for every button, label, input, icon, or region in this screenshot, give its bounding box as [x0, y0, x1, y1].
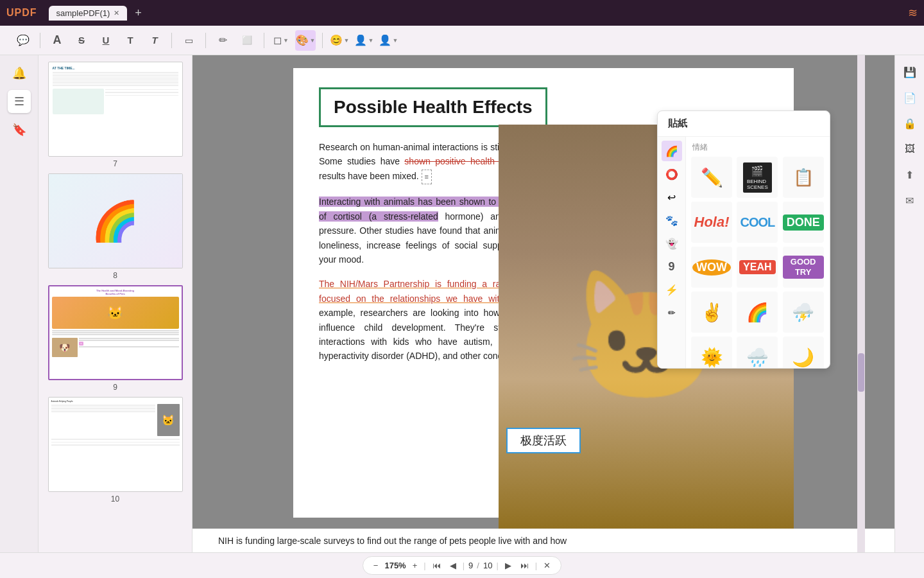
thumb9-dog-image: 🐶 — [52, 338, 78, 357]
pen-button[interactable]: ✏ — [212, 30, 233, 51]
close-viewer-button[interactable]: ✕ — [541, 559, 553, 572]
color-button[interactable]: 🎨▼ — [295, 30, 316, 51]
separator-3: | — [496, 561, 498, 570]
save-button[interactable]: 💾 — [900, 62, 920, 82]
sticker-cat-ghost[interactable]: 👻 — [662, 233, 682, 254]
updf-logo: UPDF — [6, 7, 37, 19]
page-separator: / — [477, 561, 479, 570]
thumb10-cat-img: 🐱 — [157, 404, 180, 436]
prev-page-button[interactable]: ◀ — [447, 559, 459, 572]
zoom-out-button[interactable]: − — [371, 559, 381, 572]
sticker-categories: 🌈 ⭕ ↩ 🐾 👻 9 ⚡ ✏ — [658, 137, 686, 368]
font-button[interactable]: A — [47, 30, 67, 51]
separator-1: | — [424, 561, 425, 570]
separator-2: | — [463, 561, 465, 570]
sticker-cat-9[interactable]: 9 — [662, 256, 682, 277]
email-button[interactable]: ✉ — [900, 190, 920, 211]
sticker-panel-body: 🌈 ⭕ ↩ 🐾 👻 9 ⚡ ✏ 情緒 ✏️ — [658, 137, 830, 368]
thumb-frame-7: AT THE TIME... — [48, 62, 183, 157]
sticker-cat-lightning[interactable]: ⚡ — [662, 279, 682, 300]
text-annotation-box[interactable]: 极度活跃 — [506, 428, 581, 453]
sticker-pencil[interactable]: ✏️ — [691, 157, 732, 198]
thumbnail-toggle-icon[interactable]: ☰ — [8, 90, 31, 113]
sticker-sun[interactable]: 🌞 — [691, 337, 732, 368]
sticker-cat-circle[interactable]: ⭕ — [662, 164, 682, 184]
thumbnail-page-9[interactable]: The Health and Mood-BoostingBenefits of … — [45, 285, 185, 392]
last-page-button[interactable]: ⏭ — [518, 559, 531, 572]
sticker-yeah[interactable]: YEAH — [737, 247, 778, 288]
sticker-goodtry[interactable]: GOOD TRY — [783, 247, 824, 288]
sticker-done[interactable]: DONE — [783, 202, 824, 243]
thumb-frame-9: The Health and Mood-BoostingBenefits of … — [48, 285, 183, 380]
thumbnail-page-10[interactable]: Animals Helping People 🐱 — [45, 397, 185, 504]
thumb-page-num-7: 7 — [113, 159, 117, 168]
bottom-paragraph: NIH is funding large-scale surveys to fi… — [218, 536, 567, 546]
sticker-panel: 貼紙 🌈 ⭕ ↩ 🐾 👻 9 ⚡ ✏ 情緒 — [657, 110, 830, 369]
sticker-cloud[interactable]: 🌧️ — [737, 337, 778, 368]
scroll-thumb[interactable] — [858, 353, 864, 392]
sticker-thunder[interactable]: ⛈️ — [783, 292, 824, 333]
shape-button[interactable]: ◻▼ — [271, 30, 291, 51]
thumb-frame-8: 🌈 — [48, 173, 183, 268]
zoom-value: 175% — [384, 561, 406, 570]
sticker-section-label: 情緒 — [691, 142, 825, 153]
toolbar: 💬 A S U T T ▭ ✏ ⬜ ◻▼ 🎨▼ 😊▼ 👤▼ 👤▼ — [0, 26, 924, 55]
tab-label: samplePDF(1) — [56, 8, 110, 18]
sticker-moon[interactable]: 🌙 — [783, 337, 824, 368]
thumb9-title: The Health and Mood-BoostingBenefits of … — [52, 289, 179, 295]
sticker-rainbow[interactable]: 🌈 — [737, 292, 778, 333]
first-page-button[interactable]: ⏮ — [430, 559, 443, 572]
tab-samplepdf[interactable]: samplePDF(1) ✕ — [49, 6, 128, 21]
thumbnail-page-8[interactable]: 🌈 8 — [45, 173, 185, 280]
tab-close-button[interactable]: ✕ — [114, 9, 119, 17]
text-box-button[interactable]: T — [144, 30, 165, 51]
toolbar-sep-2 — [171, 33, 172, 48]
sticker-clapboard[interactable]: 🎬 BEHINDSCENES — [737, 157, 778, 198]
zoom-in-button[interactable]: + — [410, 559, 420, 572]
main-area: 🔔 ☰ 🔖 AT THE TIME... — [0, 55, 924, 552]
updf-top-icon: ≋ — [908, 6, 918, 20]
scroll-track[interactable] — [857, 55, 865, 552]
image-export-button[interactable]: 🖼 — [900, 139, 920, 159]
next-page-button[interactable]: ▶ — [502, 559, 514, 572]
upload-button[interactable]: ⬆ — [900, 164, 920, 185]
sticker-button[interactable]: 😊▼ — [329, 30, 350, 51]
sticker-cat-arrow[interactable]: ↩ — [662, 187, 682, 207]
toolbar-sep-4 — [264, 33, 264, 48]
lock-button[interactable]: 🔒 — [900, 113, 920, 134]
underline-button[interactable]: U — [96, 30, 116, 51]
sticker-grid: ✏️ 🎬 BEHINDSCENES 📋 — [691, 157, 825, 368]
bookmark-icon[interactable]: 🔖 — [8, 118, 31, 141]
bottom-controls: − 175% + | ⏮ ◀ | 9 / 10 | ▶ ⏭ | ✕ — [363, 556, 561, 575]
notification-icon[interactable]: 🔔 — [8, 62, 31, 85]
left-sidebar: 🔔 ☰ 🔖 — [0, 55, 38, 552]
bottom-bar: − 175% + | ⏮ ◀ | 9 / 10 | ▶ ⏭ | ✕ — [0, 552, 924, 578]
bottom-text-area: NIH is funding large-scale surveys to fi… — [193, 529, 894, 552]
sticker-panel-title: 貼紙 — [658, 111, 830, 137]
text-color-button[interactable]: T — [120, 30, 141, 51]
sticker-cool[interactable]: COOL — [737, 202, 778, 243]
sticker-peace[interactable]: ✌️ — [691, 292, 732, 333]
thumbnail-page-7[interactable]: AT THE TIME... — [45, 62, 185, 168]
separator-4: | — [535, 561, 537, 570]
pdf-export-button[interactable]: 📄 — [900, 87, 920, 108]
sticker-wow[interactable]: WOW — [691, 247, 732, 288]
thumb9-badge: ★ — [79, 342, 83, 346]
user-button[interactable]: 👤▼ — [354, 30, 374, 51]
current-page: 9 — [468, 561, 473, 570]
share-button[interactable]: 👤▼ — [378, 30, 398, 51]
new-tab-button[interactable]: + — [135, 6, 142, 20]
sticker-hola[interactable]: Hola! — [691, 202, 732, 243]
comment-button[interactable]: 💬 — [13, 30, 33, 51]
sticker-grid-area: 情緒 ✏️ 🎬 BEHINDSCENES — [686, 137, 830, 368]
sticker-cat-pencil[interactable]: ✏ — [662, 302, 682, 323]
sticker-cat-paw[interactable]: 🐾 — [662, 210, 682, 231]
strikethrough-button[interactable]: S — [71, 30, 92, 51]
eraser-button[interactable]: ⬜ — [237, 30, 257, 51]
toolbar-sep-5 — [322, 33, 323, 48]
content-area: Possible Health Effects Research on huma… — [193, 55, 894, 552]
sticker-notepad[interactable]: 📋 — [783, 157, 824, 198]
sticker-cat-rainbow[interactable]: 🌈 — [662, 141, 682, 161]
thumb-frame-10: Animals Helping People 🐱 — [48, 397, 183, 492]
callout-button[interactable]: ▭ — [178, 30, 199, 51]
